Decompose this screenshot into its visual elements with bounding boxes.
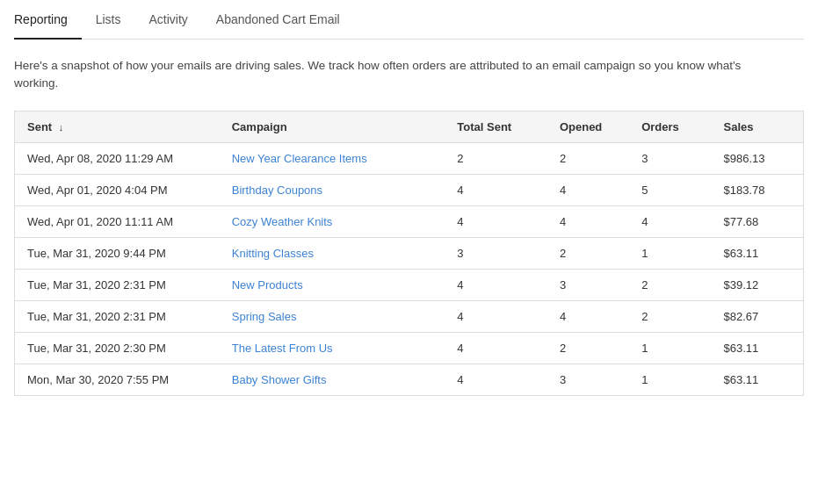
table-row: Wed, Apr 01, 2020 11:11 AMCozy Weather K… xyxy=(15,205,804,237)
cell-orders: 4 xyxy=(629,205,711,237)
cell-campaign: Cozy Weather Knits xyxy=(220,205,445,237)
cell-opened: 4 xyxy=(547,205,629,237)
column-header-sent[interactable]: Sent ↓ xyxy=(15,111,220,142)
cell-sales: $183.78 xyxy=(712,174,804,205)
table-row: Tue, Mar 31, 2020 2:31 PMSpring Sales442… xyxy=(15,300,804,332)
campaign-link[interactable]: New Year Clearance Items xyxy=(232,152,367,165)
campaign-link[interactable]: Baby Shower Gifts xyxy=(232,373,327,386)
cell-orders: 1 xyxy=(629,364,711,395)
cell-sales: $63.11 xyxy=(712,364,804,395)
column-header-sales: Sales xyxy=(712,111,804,142)
cell-campaign: Baby Shower Gifts xyxy=(220,364,445,395)
tab-nav: Reporting Lists Activity Abandoned Cart … xyxy=(14,0,804,40)
campaign-link[interactable]: New Products xyxy=(232,278,303,292)
cell-total-sent: 4 xyxy=(445,364,547,395)
table-row: Mon, Mar 30, 2020 7:55 PMBaby Shower Gif… xyxy=(15,364,804,395)
cell-campaign: The Latest From Us xyxy=(220,332,445,364)
column-header-opened: Opened xyxy=(547,111,629,142)
table-header-row: Sent ↓ Campaign Total Sent Opened Orders… xyxy=(15,111,804,142)
sort-icon: ↓ xyxy=(59,122,64,133)
cell-orders: 1 xyxy=(629,332,711,364)
cell-sales: $63.11 xyxy=(712,332,804,364)
cell-opened: 3 xyxy=(547,269,629,300)
main-container: Reporting Lists Activity Abandoned Cart … xyxy=(0,0,818,504)
table-row: Tue, Mar 31, 2020 9:44 PMKnitting Classe… xyxy=(15,237,804,269)
tab-activity[interactable]: Activity xyxy=(135,0,202,39)
column-header-total-sent: Total Sent xyxy=(445,111,547,142)
cell-campaign: Knitting Classes xyxy=(220,237,445,269)
cell-orders: 3 xyxy=(629,142,711,174)
tab-reporting[interactable]: Reporting xyxy=(14,0,82,39)
cell-opened: 2 xyxy=(547,237,629,269)
cell-total-sent: 2 xyxy=(445,142,547,174)
cell-sent: Tue, Mar 31, 2020 9:44 PM xyxy=(15,237,220,269)
page-description: Here's a snapshot of how your emails are… xyxy=(14,57,770,93)
table-row: Wed, Apr 08, 2020 11:29 AMNew Year Clear… xyxy=(15,142,804,174)
cell-orders: 5 xyxy=(629,174,711,205)
cell-total-sent: 3 xyxy=(445,237,547,269)
table-row: Tue, Mar 31, 2020 2:30 PMThe Latest From… xyxy=(15,332,804,364)
cell-sales: $39.12 xyxy=(712,269,804,300)
tab-abandoned-cart-email[interactable]: Abandoned Cart Email xyxy=(202,0,354,39)
cell-total-sent: 4 xyxy=(445,174,547,205)
cell-total-sent: 4 xyxy=(445,300,547,332)
cell-sales: $82.67 xyxy=(712,300,804,332)
cell-sales: $77.68 xyxy=(712,205,804,237)
column-header-campaign: Campaign xyxy=(220,111,445,142)
cell-orders: 2 xyxy=(629,269,711,300)
campaign-link[interactable]: Knitting Classes xyxy=(232,247,314,260)
campaign-link[interactable]: Cozy Weather Knits xyxy=(232,215,333,228)
cell-campaign: Birthday Coupons xyxy=(220,174,445,205)
campaign-link[interactable]: Birthday Coupons xyxy=(232,184,322,197)
cell-sent: Wed, Apr 01, 2020 11:11 AM xyxy=(15,205,220,237)
cell-sent: Tue, Mar 31, 2020 2:30 PM xyxy=(15,332,220,364)
campaign-link[interactable]: The Latest From Us xyxy=(232,342,333,355)
cell-total-sent: 4 xyxy=(445,269,547,300)
campaign-link[interactable]: Spring Sales xyxy=(232,310,297,323)
cell-opened: 2 xyxy=(547,332,629,364)
column-header-orders: Orders xyxy=(629,111,711,142)
cell-opened: 4 xyxy=(547,174,629,205)
cell-campaign: Spring Sales xyxy=(220,300,445,332)
cell-orders: 1 xyxy=(629,237,711,269)
cell-sent: Wed, Apr 01, 2020 4:04 PM xyxy=(15,174,220,205)
cell-campaign: New Year Clearance Items xyxy=(220,142,445,174)
reporting-table: Sent ↓ Campaign Total Sent Opened Orders… xyxy=(14,111,804,396)
cell-sales: $63.11 xyxy=(712,237,804,269)
cell-campaign: New Products xyxy=(220,269,445,300)
cell-orders: 2 xyxy=(629,300,711,332)
cell-total-sent: 4 xyxy=(445,332,547,364)
cell-total-sent: 4 xyxy=(445,205,547,237)
tab-lists[interactable]: Lists xyxy=(82,0,135,39)
cell-opened: 2 xyxy=(547,142,629,174)
cell-sent: Tue, Mar 31, 2020 2:31 PM xyxy=(15,300,220,332)
cell-opened: 4 xyxy=(547,300,629,332)
table-row: Tue, Mar 31, 2020 2:31 PMNew Products432… xyxy=(15,269,804,300)
cell-opened: 3 xyxy=(547,364,629,395)
cell-sales: $986.13 xyxy=(712,142,804,174)
table-row: Wed, Apr 01, 2020 4:04 PMBirthday Coupon… xyxy=(15,174,804,205)
cell-sent: Tue, Mar 31, 2020 2:31 PM xyxy=(15,269,220,300)
cell-sent: Wed, Apr 08, 2020 11:29 AM xyxy=(15,142,220,174)
cell-sent: Mon, Mar 30, 2020 7:55 PM xyxy=(15,364,220,395)
